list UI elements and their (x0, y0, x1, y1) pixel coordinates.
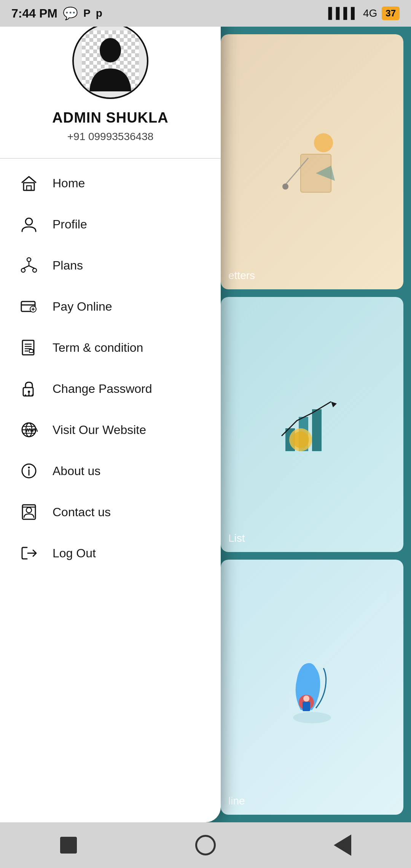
tile-label-2: List (228, 532, 245, 544)
menu-item-logout[interactable]: Log Out (0, 533, 221, 574)
stop-icon (60, 837, 77, 854)
svg-point-10 (293, 712, 331, 723)
menu-item-home[interactable]: Home (0, 163, 221, 204)
svg-rect-20 (24, 183, 34, 190)
menu-label-about-us: About us (53, 464, 100, 478)
svg-point-44 (28, 394, 30, 396)
profile-icon (19, 214, 39, 234)
password-icon (19, 379, 39, 399)
home-icon (19, 173, 39, 193)
bg-tile-3: line (221, 560, 403, 815)
svg-point-25 (33, 268, 37, 272)
back-icon (334, 834, 351, 856)
svg-point-12 (303, 696, 309, 702)
pay-icon (19, 297, 39, 316)
terms-icon (19, 338, 39, 357)
nav-bar (0, 822, 411, 868)
status-right: ▌▌▌▌ 4G 37 (328, 6, 400, 20)
svg-point-22 (25, 218, 32, 225)
menu-item-visit-website[interactable]: WWW Visit Our Website (0, 409, 221, 450)
svg-point-41 (28, 391, 30, 393)
svg-point-23 (27, 258, 31, 262)
circle-icon (195, 835, 216, 855)
menu-item-about-us[interactable]: About us (0, 450, 221, 491)
whatsapp-icon: 💬 (63, 6, 78, 21)
svg-point-43 (25, 394, 26, 396)
menu-label-terms: Term & condition (53, 341, 143, 355)
menu-label-profile: Profile (53, 217, 87, 231)
menu-label-change-password: Change Password (53, 382, 152, 396)
user-name: ADMIN SHUKLA (52, 110, 168, 126)
svg-point-54 (28, 467, 30, 469)
parking-icon1: P (83, 7, 91, 19)
menu-item-pay-online[interactable]: Pay Online (0, 286, 221, 327)
menu-label-contact-us: Contact us (53, 505, 111, 519)
menu-item-profile[interactable]: Profile (0, 204, 221, 245)
menu-label-pay-online: Pay Online (53, 300, 112, 314)
website-icon: WWW (19, 420, 39, 440)
status-bar: 7:44 PM 💬 P p ▌▌▌▌ 4G 37 (0, 0, 411, 27)
menu-list: Home Profile (0, 159, 221, 822)
menu-item-change-password[interactable]: Change Password (0, 368, 221, 409)
menu-label-home: Home (53, 176, 85, 190)
bg-tile-2: List (221, 297, 403, 552)
contact-icon (19, 502, 39, 522)
time: 7:44 PM (11, 6, 57, 21)
svg-point-19 (100, 38, 121, 62)
navigation-drawer: ADMIN SHUKLA +91 09993536438 Home (0, 0, 221, 822)
menu-item-contact-us[interactable]: Contact us (0, 491, 221, 533)
logout-icon (19, 543, 39, 563)
svg-point-9 (292, 431, 309, 448)
svg-point-45 (32, 394, 33, 396)
svg-rect-6 (312, 409, 322, 451)
menu-item-terms[interactable]: Term & condition (0, 327, 221, 368)
parking-icon2: p (96, 7, 102, 19)
nav-stop-button[interactable] (55, 832, 82, 858)
battery-icon: 37 (382, 6, 400, 20)
plans-icon (19, 255, 39, 275)
svg-line-27 (23, 266, 29, 268)
menu-label-logout: Log Out (53, 546, 96, 560)
nav-back-button[interactable] (329, 832, 356, 858)
tile-label-1: etters (228, 270, 255, 282)
tile-label-3: line (228, 795, 245, 807)
svg-rect-21 (27, 186, 31, 190)
svg-rect-39 (29, 349, 33, 353)
bg-tile-1: etters (221, 34, 403, 289)
svg-point-0 (314, 133, 333, 152)
svg-rect-13 (303, 702, 310, 711)
svg-line-28 (29, 266, 35, 268)
svg-point-56 (26, 507, 32, 513)
about-icon (19, 461, 39, 481)
svg-point-3 (282, 183, 288, 190)
avatar-silhouette-icon (82, 30, 139, 91)
user-phone: +91 09993536438 (67, 131, 154, 143)
svg-text:WWW: WWW (25, 428, 38, 433)
avatar (72, 23, 148, 99)
menu-item-plans[interactable]: Plans (0, 245, 221, 286)
network-type: 4G (363, 7, 377, 19)
menu-label-visit-website: Visit Our Website (53, 423, 146, 437)
svg-point-24 (21, 268, 25, 272)
nav-home-button[interactable] (192, 832, 219, 858)
status-left: 7:44 PM 💬 P p (11, 6, 102, 21)
signal-bars-icon: ▌▌▌▌ (328, 7, 358, 19)
menu-label-plans: Plans (53, 258, 83, 273)
svg-marker-7 (331, 402, 337, 407)
